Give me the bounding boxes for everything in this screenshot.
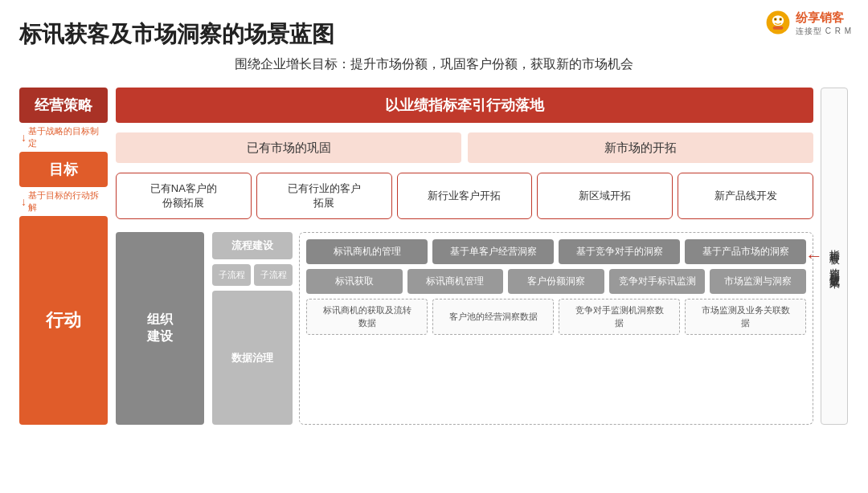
svg-rect-6 <box>772 26 783 30</box>
arrow-down-1: ↓ <box>21 131 27 144</box>
bottom-section: 组织 建设 流程建设 子流程 子流程 数据治理 标讯商机的管理 <box>116 232 813 425</box>
logo-icon <box>765 10 791 35</box>
brand-name: 纷享销客 <box>796 10 852 26</box>
arrow-down-2: ↓ <box>21 195 27 208</box>
left-column: 经营策略 ↓ 基于战略的目标制定 目标 ↓ 基于目标的行动拆解 行动 <box>19 88 108 425</box>
svg-point-4 <box>775 18 776 20</box>
arrow-label-2: ↓ 基于目标的行动拆解 <box>19 187 108 216</box>
arrow-text-2: 基于目标的行动拆解 <box>28 189 106 214</box>
arrow-label-1: ↓ 基于战略的目标制定 <box>19 123 108 152</box>
sub-flow-2: 子流程 <box>254 264 293 286</box>
svg-point-5 <box>780 18 781 20</box>
org-col: 组织 建设 <box>116 232 204 425</box>
insight-row-2: 标讯获取 标讯商机管理 客户份额洞察 竞争对手标讯监测 市场监测与洞察 <box>306 269 806 294</box>
flow-block: 流程建设 <box>212 232 293 259</box>
action-row: 已有NA客户的 份额拓展 已有行业的客户 拓展 新行业客户开拓 新区域开拓 新产… <box>116 173 813 219</box>
action-item-1: 已有行业的客户 拓展 <box>256 173 392 219</box>
main-title: 标讯获客及市场洞察的场景蓝图 <box>19 19 849 50</box>
market-left: 已有市场的巩固 <box>116 132 461 163</box>
insight-row-1: 标讯商机的管理 基于单客户经营洞察 基于竞争对手的洞察 基于产品市场的洞察 <box>306 239 806 264</box>
org-block: 组织 建设 <box>116 232 204 425</box>
sub-flow-row: 子流程 子流程 <box>212 264 293 286</box>
target-block: 目标 <box>19 152 108 187</box>
action-block: 行动 <box>19 216 108 425</box>
insight-1-3: 基于产品市场的洞察 <box>685 239 806 264</box>
insight-2-3: 竞争对手标讯监测 <box>609 269 706 294</box>
insight-1-2: 基于竞争对手的洞察 <box>559 239 680 264</box>
data-source-row: 标讯商机的获取及流转 数据 客户池的经营洞察数据 竞争对手监测机洞察数 据 市场… <box>306 299 806 335</box>
page-container: 纷享销客 连接型 C R M 标讯获客及市场洞察的场景蓝图 围绕企业增长目标：提… <box>0 0 868 493</box>
subtitle: 围绕企业增长目标：提升市场份额，巩固客户份额，获取新的市场机会 <box>19 56 849 73</box>
market-row: 已有市场的巩固 新市场的开拓 <box>116 132 813 163</box>
insight-2-1: 标讯商机管理 <box>407 269 504 294</box>
insight-2-4: 市场监测与洞察 <box>710 269 806 294</box>
insight-2-0: 标讯获取 <box>306 269 403 294</box>
action-item-4: 新产品线开发 <box>678 173 813 219</box>
action-item-2: 新行业客户开拓 <box>397 173 533 219</box>
data-source-3: 市场监测及业务关联数 据 <box>685 299 806 335</box>
data-source-0: 标讯商机的获取及流转 数据 <box>306 299 428 335</box>
sub-flow-1: 子流程 <box>212 264 251 286</box>
data-source-2: 竞争对手监测机洞察数 据 <box>559 299 680 335</box>
insight-2-2: 客户份额洞察 <box>508 269 604 294</box>
market-right: 新市场的开拓 <box>468 132 813 163</box>
data-block: 数据治理 <box>212 291 293 425</box>
sidebar-text: 指标看板：监测目标达成效果 <box>821 88 849 425</box>
data-source-1: 客户池的经营洞察数据 <box>432 299 554 335</box>
action-item-3: 新区域开拓 <box>537 173 673 219</box>
logo-text: 纷享销客 连接型 C R M <box>796 10 852 36</box>
perf-header: 以业绩指标牵引行动落地 <box>116 88 813 123</box>
dashed-area: 标讯商机的管理 基于单客户经营洞察 基于竞争对手的洞察 基于产品市场的洞察 标讯… <box>299 232 813 425</box>
process-col: 流程建设 子流程 子流程 数据治理 <box>212 232 293 425</box>
brand-sub: 连接型 C R M <box>796 26 852 36</box>
action-item-0: 已有NA客户的 份额拓展 <box>116 173 252 219</box>
insight-1-1: 基于单客户经营洞察 <box>432 239 554 264</box>
arrow-text-1: 基于战略的目标制定 <box>28 125 106 149</box>
insight-1-0: 标讯商机的管理 <box>306 239 428 264</box>
sidebar-arrow: ← <box>805 246 823 267</box>
logo-area: 纷享销客 连接型 C R M <box>765 10 852 36</box>
inner-right: 以业绩指标牵引行动落地 已有市场的巩固 新市场的开拓 已有NA客户的 份额拓展 … <box>116 88 813 425</box>
strategy-block: 经营策略 <box>19 88 108 123</box>
right-sidebar: ← 指标看板：监测目标达成效果 <box>820 88 849 425</box>
